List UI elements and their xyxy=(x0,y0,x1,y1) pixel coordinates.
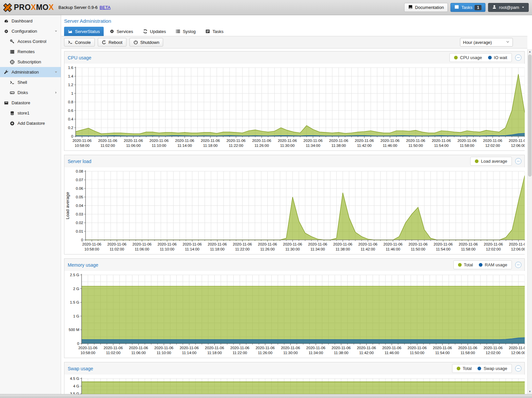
svg-text:0: 0 xyxy=(77,342,79,346)
panel-header: CPU usageCPU usageIO wait xyxy=(64,51,524,64)
proxmox-x-icon xyxy=(3,3,13,13)
reboot-icon xyxy=(102,40,106,45)
svg-text:4 G: 4 G xyxy=(73,384,79,388)
sidebar-item-store1[interactable]: store1 xyxy=(0,108,61,118)
sidebar-item-label: Remotes xyxy=(18,49,35,54)
sidebar-item-label: Dashboard xyxy=(12,18,33,23)
header-buttons: DocumentationTasks1root@pam xyxy=(404,3,529,12)
legend-label: Swap usage xyxy=(483,366,507,371)
tab-label: Services xyxy=(117,29,133,34)
svg-text:0.6: 0.6 xyxy=(68,109,73,113)
button-label: Reboot xyxy=(109,40,123,45)
interval-select-value: Hour (average) xyxy=(463,40,492,45)
svg-text:0: 0 xyxy=(81,238,83,242)
legend-dot xyxy=(458,263,462,267)
tab-tasks[interactable]: Tasks xyxy=(201,27,227,36)
shutdown-button[interactable]: Shutdown xyxy=(129,38,163,47)
power-icon xyxy=(133,40,138,45)
sidebar-item-shell[interactable]: Shell xyxy=(0,77,61,87)
collapse-panel-icon[interactable] xyxy=(515,365,522,372)
tasklist-icon xyxy=(205,29,210,34)
book-icon xyxy=(408,5,413,10)
database-icon xyxy=(10,111,15,116)
legend-dot xyxy=(454,56,458,59)
proxmox-logo: PROXMOX xyxy=(3,3,54,13)
sidebar-item-label: Shell xyxy=(18,80,27,85)
console-button[interactable]: Console xyxy=(64,38,95,47)
panel-header: Server loadLoad average xyxy=(64,155,524,167)
tab-updates[interactable]: Updates xyxy=(139,27,170,36)
collapse-panel-icon[interactable] xyxy=(515,158,522,165)
scroll-down-arrow-icon[interactable]: ▼ xyxy=(528,389,532,394)
gears-icon xyxy=(4,29,9,34)
sidebar-item-label: Add Datastore xyxy=(18,121,45,126)
tab-serverstatus[interactable]: ServerStatus xyxy=(64,27,104,36)
tab-label: Updates xyxy=(150,29,166,34)
scrollbar-thumb[interactable] xyxy=(528,54,532,177)
caret-down-icon xyxy=(521,5,525,10)
svg-text:0: 0 xyxy=(71,134,73,138)
svg-text:0.06: 0.06 xyxy=(76,186,83,190)
svg-text:0.8: 0.8 xyxy=(68,100,73,104)
legend-item-cpu-usage: CPU usage xyxy=(454,55,482,60)
panel-swap: Swap usageTotalSwap usage0500 M1 G1.5 G2… xyxy=(64,362,525,394)
button-label: Tasks xyxy=(461,5,472,10)
legend-item-load-average: Load average xyxy=(475,159,507,164)
header-tasks-button[interactable]: Tasks1 xyxy=(450,3,485,12)
header-root-pam-button[interactable]: root@pam xyxy=(488,3,529,12)
scroll-up-arrow-icon[interactable]: ▲ xyxy=(528,49,532,54)
wrench-icon xyxy=(4,70,9,75)
sidebar-item-add-datastore[interactable]: Add Datastore xyxy=(0,118,61,128)
sidebar-item-label: Access Control xyxy=(18,39,46,44)
panel-mem: Memory usageTotalRAM usage0500 M1 G1.5 G… xyxy=(64,258,525,358)
terminal-icon xyxy=(10,80,15,85)
legend-item-ram-usage: RAM usage xyxy=(479,262,507,267)
svg-text:3.5 G: 3.5 G xyxy=(70,392,79,394)
collapse-panel-icon[interactable] xyxy=(515,54,522,61)
vertical-scrollbar[interactable]: ▲ ▼ xyxy=(527,49,532,394)
app-header: PROXMOX Backup Server 0.9-6 BETA Documen… xyxy=(0,0,532,15)
bottom-edge xyxy=(0,394,532,398)
sidebar-item-label: Administration xyxy=(12,70,39,75)
legend-item-swap-usage: Swap usage xyxy=(478,366,507,371)
legend-label: IO wait xyxy=(494,55,507,60)
collapse-panel-icon[interactable] xyxy=(515,261,522,268)
legend-dot xyxy=(479,263,482,267)
panel-header: Swap usageTotalSwap usage xyxy=(64,362,524,375)
user-icon xyxy=(492,5,497,10)
chart-legend: CPU usageIO wait xyxy=(449,53,512,62)
sidebar-item-disks[interactable]: Disks xyxy=(0,87,61,98)
sidebar-item-configuration[interactable]: Configuration xyxy=(0,26,61,36)
sidebar-item-datastore[interactable]: Datastore xyxy=(0,98,61,108)
chart-legend: TotalSwap usage xyxy=(452,364,512,373)
beta-link[interactable]: BETA xyxy=(100,5,111,10)
sidebar-item-access-control[interactable]: Access Control xyxy=(0,36,61,47)
svg-text:2 G: 2 G xyxy=(73,287,79,291)
remotes-icon xyxy=(10,50,15,54)
select-caret-icon xyxy=(506,40,510,45)
logo-text: PROXMOX xyxy=(14,3,54,12)
legend-label: Total xyxy=(463,366,472,371)
sidebar-item-remotes[interactable]: Remotes xyxy=(0,47,61,57)
svg-text:0.03: 0.03 xyxy=(76,212,83,216)
reboot-button[interactable]: Reboot xyxy=(98,38,126,47)
svg-text:1.5 G: 1.5 G xyxy=(70,300,79,304)
syslog-icon xyxy=(176,29,180,34)
svg-text:1: 1 xyxy=(71,91,73,95)
sidebar-item-subscription[interactable]: Subscription xyxy=(0,57,61,67)
tab-syslog[interactable]: Syslog xyxy=(172,27,199,36)
svg-text:4.5 G: 4.5 G xyxy=(70,377,79,381)
chart-mem: 0500 M1 G1.5 G2 G2.5 G2020-11-0610:58:00… xyxy=(64,271,525,358)
svg-text:1.2: 1.2 xyxy=(68,83,73,87)
sidebar-item-administration[interactable]: Administration xyxy=(0,67,61,77)
tasklist-icon xyxy=(454,5,459,10)
legend-item-io-wait: IO wait xyxy=(488,55,507,60)
sidebar-item-dashboard[interactable]: Dashboard xyxy=(0,16,61,26)
svg-text:0.05: 0.05 xyxy=(76,195,83,199)
interval-select[interactable]: Hour (average) xyxy=(460,38,513,47)
tab-services[interactable]: Services xyxy=(106,27,137,36)
header-documentation-button[interactable]: Documentation xyxy=(404,3,448,12)
chart-panels: CPU usageCPU usageIO wait00.20.40.60.811… xyxy=(61,49,527,394)
button-label: Console xyxy=(75,40,91,45)
sidebar-item-label: store1 xyxy=(18,111,29,116)
